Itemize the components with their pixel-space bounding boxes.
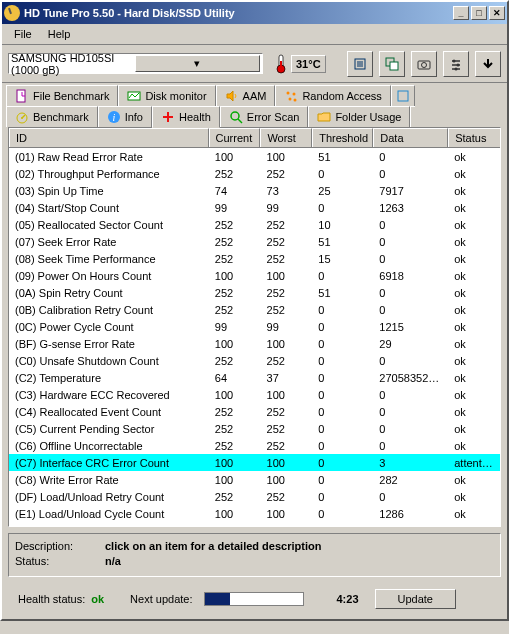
drive-select[interactable]: SAMSUNG HD105SI (1000 gB) ▾ xyxy=(8,53,263,74)
table-row[interactable]: (C2) Temperature64370270583529...ok xyxy=(9,369,500,386)
screenshot-button[interactable] xyxy=(411,51,437,77)
cell: ok xyxy=(448,184,500,198)
cell: 99 xyxy=(209,201,261,215)
cell: ok xyxy=(448,371,500,385)
cell: 0 xyxy=(373,439,448,453)
maximize-button[interactable]: □ xyxy=(471,6,487,20)
tab-error-scan[interactable]: Error Scan xyxy=(220,106,309,127)
col-threshold[interactable]: Threshold xyxy=(312,128,373,147)
close-button[interactable]: ✕ xyxy=(489,6,505,20)
table-row[interactable]: (05) Reallocated Sector Count252252100ok xyxy=(9,216,500,233)
col-worst[interactable]: Worst xyxy=(260,128,312,147)
dropdown-icon[interactable]: ▾ xyxy=(135,55,261,72)
table-row[interactable]: (C6) Offline Uncorrectable25225200ok xyxy=(9,437,500,454)
col-current[interactable]: Current xyxy=(209,128,261,147)
cell: 0 xyxy=(312,371,373,385)
tab-overflow-2[interactable] xyxy=(410,106,415,127)
cell: (0A) Spin Retry Count xyxy=(9,286,209,300)
cell: 6918 xyxy=(373,269,448,283)
cell: ok xyxy=(448,167,500,181)
info-icon: i xyxy=(107,110,121,124)
cell: ok xyxy=(448,388,500,402)
table-row[interactable]: (02) Throughput Performance25225200ok xyxy=(9,165,500,182)
tab-extra-overflow[interactable] xyxy=(391,85,415,106)
app-icon xyxy=(4,5,20,21)
cell: ok xyxy=(448,337,500,351)
cell: ok xyxy=(448,354,500,368)
cell: 0 xyxy=(373,235,448,249)
table-row[interactable]: (C4) Reallocated Event Count25225200ok xyxy=(9,403,500,420)
cell: 0 xyxy=(373,218,448,232)
cell: 99 xyxy=(261,201,313,215)
tab-file-benchmark[interactable]: File Benchmark xyxy=(6,85,118,106)
menu-help[interactable]: Help xyxy=(40,26,79,42)
table-row[interactable]: (E1) Load/Unload Cycle Count10010001286o… xyxy=(9,505,500,522)
table-row[interactable]: (0B) Calibration Retry Count25225200ok xyxy=(9,301,500,318)
table-row[interactable]: (0A) Spin Retry Count252252510ok xyxy=(9,284,500,301)
table-row[interactable]: (08) Seek Time Performance252252150ok xyxy=(9,250,500,267)
table-row[interactable]: (04) Start/Stop Count999901263ok xyxy=(9,199,500,216)
table-row[interactable]: (C8) Write Error Rate1001000282ok xyxy=(9,471,500,488)
copy-info-button[interactable] xyxy=(347,51,373,77)
table-row[interactable]: (C5) Current Pending Sector25225200ok xyxy=(9,420,500,437)
cell: 252 xyxy=(261,354,313,368)
cell: 15 xyxy=(312,252,373,266)
cell: (C3) Hardware ECC Recovered xyxy=(9,388,209,402)
col-status[interactable]: Status xyxy=(448,128,500,147)
cell: attention xyxy=(448,456,500,470)
save-button[interactable] xyxy=(475,51,501,77)
cell: 0 xyxy=(373,303,448,317)
tab-benchmark[interactable]: Benchmark xyxy=(6,106,98,127)
cell: 0 xyxy=(373,490,448,504)
tab-folder-usage[interactable]: Folder Usage xyxy=(308,106,410,127)
minimize-button[interactable]: _ xyxy=(453,6,469,20)
table-row[interactable]: (C7) Interface CRC Error Count10010003at… xyxy=(9,454,500,471)
cell: 252 xyxy=(209,252,261,266)
countdown: 4:23 xyxy=(336,593,358,605)
col-id[interactable]: ID xyxy=(9,128,209,147)
options-button[interactable] xyxy=(443,51,469,77)
table-row[interactable]: (07) Seek Error Rate252252510ok xyxy=(9,233,500,250)
tab-aam[interactable]: AAM xyxy=(216,85,276,106)
tab-random-access[interactable]: Random Access xyxy=(275,85,390,106)
cell: 99 xyxy=(209,320,261,334)
cell: 37 xyxy=(261,371,313,385)
cell: ok xyxy=(448,473,500,487)
cell: 0 xyxy=(312,422,373,436)
titlebar[interactable]: HD Tune Pro 5.50 - Hard Disk/SSD Utility… xyxy=(2,2,507,24)
cell: 0 xyxy=(312,320,373,334)
description-value: click on an item for a detailed descript… xyxy=(105,540,321,552)
table-row[interactable]: (03) Spin Up Time7473257917ok xyxy=(9,182,500,199)
cell: 252 xyxy=(209,218,261,232)
table-row[interactable]: (BF) G-sense Error Rate100100029ok xyxy=(9,335,500,352)
table-row[interactable]: (01) Raw Read Error Rate100100510ok xyxy=(9,148,500,165)
copy-screenshot-button[interactable] xyxy=(379,51,405,77)
table-row[interactable]: (0C) Power Cycle Count999901215ok xyxy=(9,318,500,335)
cell: 252 xyxy=(261,303,313,317)
cell: 74 xyxy=(209,184,261,198)
table-row[interactable]: (09) Power On Hours Count10010006918ok xyxy=(9,267,500,284)
cell: 0 xyxy=(312,269,373,283)
window-title: HD Tune Pro 5.50 - Hard Disk/SSD Utility xyxy=(24,7,453,19)
table-row[interactable]: (C3) Hardware ECC Recovered10010000ok xyxy=(9,386,500,403)
cell: 64 xyxy=(209,371,261,385)
table-row[interactable]: (C0) Unsafe Shutdown Count25225200ok xyxy=(9,352,500,369)
svg-point-22 xyxy=(293,93,296,96)
table-row[interactable]: (DF) Load/Unload Retry Count25225200ok xyxy=(9,488,500,505)
cell: (C2) Temperature xyxy=(9,371,209,385)
tab-disk-monitor[interactable]: Disk monitor xyxy=(118,85,215,106)
cell: ok xyxy=(448,235,500,249)
cell: 252 xyxy=(209,286,261,300)
folder-icon xyxy=(317,110,331,124)
cell: 252 xyxy=(261,252,313,266)
update-button[interactable]: Update xyxy=(375,589,456,609)
svg-rect-8 xyxy=(390,62,398,70)
tab-info[interactable]: iInfo xyxy=(98,106,152,127)
cell: 252 xyxy=(209,405,261,419)
tab-health[interactable]: Health xyxy=(152,106,220,128)
cell: 0 xyxy=(373,422,448,436)
cell: 100 xyxy=(209,473,261,487)
cell: (02) Throughput Performance xyxy=(9,167,209,181)
col-data[interactable]: Data xyxy=(373,128,448,147)
menu-file[interactable]: File xyxy=(6,26,40,42)
